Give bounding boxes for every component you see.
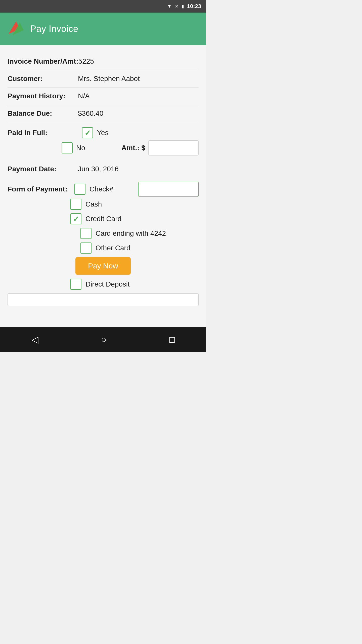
direct-deposit-label: Direct Deposit	[85, 280, 130, 288]
cash-row: Cash	[70, 199, 199, 210]
main-content: Invoice Number/Amt: 5225 Customer: Mrs. …	[0, 45, 206, 327]
no-label: No	[76, 144, 85, 152]
other-card-checkbox[interactable]	[80, 243, 92, 254]
check-number-input[interactable]	[138, 182, 199, 197]
no-part: No	[62, 142, 85, 153]
amt-label: Amt.: $	[121, 144, 145, 152]
check-checkbox[interactable]	[74, 184, 85, 195]
pay-now-button[interactable]: Pay Now	[75, 257, 131, 275]
credit-card-label: Credit Card	[85, 215, 121, 223]
customer-row: Customer: Mrs. Stephen Aabot	[8, 70, 199, 88]
no-checkbox[interactable]	[62, 142, 73, 153]
paid-full-label: Paid in Full:	[8, 129, 78, 137]
yes-label: Yes	[97, 129, 109, 137]
invoice-number-value: 5225	[78, 57, 94, 65]
card-ending-label: Card ending with 4242	[96, 229, 166, 237]
invoice-number-label: Invoice Number/Amt:	[8, 57, 78, 65]
back-button[interactable]: ◁	[31, 334, 38, 345]
status-bar: ▼ ✕ ▮ 10:23	[0, 0, 206, 13]
payment-date-label: Payment Date:	[8, 165, 78, 173]
other-card-label: Other Card	[96, 244, 130, 252]
card-ending-row: Card ending with 4242	[80, 228, 199, 239]
balance-due-row: Balance Due: $360.40	[8, 105, 199, 122]
status-time: 10:23	[187, 3, 201, 10]
menu-button[interactable]: □	[169, 334, 175, 345]
payment-history-value: N/A	[78, 92, 90, 100]
payment-date-value: Jun 30, 2016	[78, 165, 119, 173]
home-button[interactable]: ○	[101, 334, 107, 345]
check-label: Check#	[89, 185, 113, 193]
payment-date-row: Payment Date: Jun 30, 2016	[8, 160, 199, 178]
card-ending-checkbox[interactable]	[80, 228, 92, 239]
form-payment-label: Form of Payment:	[8, 185, 70, 193]
credit-card-row: Credit Card	[70, 213, 199, 224]
yes-checkbox[interactable]	[82, 127, 93, 138]
balance-due-label: Balance Due:	[8, 109, 78, 117]
notification-icon: ✕	[175, 4, 178, 9]
direct-deposit-checkbox[interactable]	[70, 279, 81, 290]
customer-value: Mrs. Stephen Aabot	[78, 75, 140, 83]
form-payment-check-row: Form of Payment: Check#	[8, 178, 199, 199]
nav-bar: ◁ ○ □	[0, 327, 206, 352]
cash-checkbox[interactable]	[70, 199, 81, 210]
app-header: Pay Invoice	[0, 13, 206, 45]
paid-full-yes-row: Paid in Full: Yes	[8, 122, 199, 140]
bottom-input-area	[8, 293, 199, 306]
page-title: Pay Invoice	[30, 24, 78, 34]
no-amt-row: No Amt.: $	[8, 140, 199, 155]
app-logo	[6, 19, 26, 39]
payment-history-row: Payment History: N/A	[8, 88, 199, 105]
amt-input[interactable]	[148, 140, 199, 155]
payment-history-label: Payment History:	[8, 92, 78, 100]
cash-label: Cash	[85, 200, 102, 208]
direct-deposit-row: Direct Deposit	[70, 279, 199, 290]
balance-due-value: $360.40	[78, 109, 103, 117]
battery-icon: ▮	[182, 4, 184, 9]
wifi-icon: ▼	[167, 4, 172, 9]
other-card-row: Other Card	[80, 243, 199, 254]
customer-label: Customer:	[8, 75, 78, 83]
invoice-number-row: Invoice Number/Amt: 5225	[8, 53, 199, 70]
amt-part: Amt.: $	[121, 140, 199, 155]
credit-card-checkbox[interactable]	[70, 213, 81, 224]
